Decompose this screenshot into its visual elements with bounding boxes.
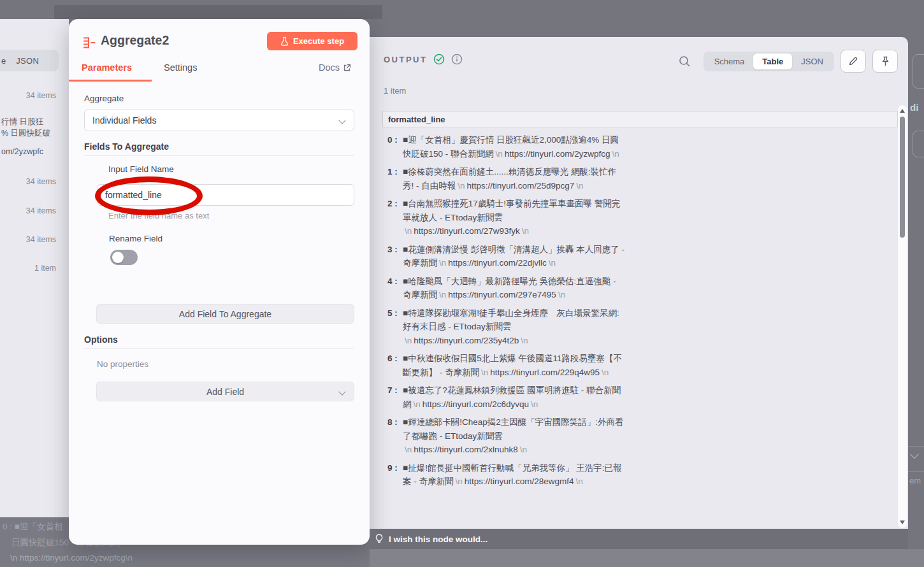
active-tab-underline <box>69 80 152 82</box>
dimmed-row-text: 0 : ■迎「女首相 <box>3 521 62 533</box>
input-text-fragment: 行情 日股狂 <box>1 117 43 127</box>
lightbulb-icon <box>375 534 384 544</box>
output-table-row[interactable]: 2 :■台南無照猴撞死17歲騎士!事發前先撞單車畫面曝 警開完單就放人 - ET… <box>387 197 886 238</box>
docs-link[interactable]: Docs <box>319 62 351 73</box>
input-tab-table-partial[interactable]: e <box>1 56 6 66</box>
bg-text-fragment: di <box>910 102 918 113</box>
add-field-dropdown-label: Add Field <box>206 387 244 397</box>
row-index: 8 : <box>387 415 403 457</box>
section-divider <box>84 348 354 349</box>
row-index: 7 : <box>387 384 403 411</box>
edit-output-button[interactable] <box>841 50 866 73</box>
row-cell-value: ■迎「女首相」慶賀行情 日股狂飆近2,000點漲逾4% 日圓快貶破150 - 聯… <box>403 133 624 161</box>
row-cell-value: ■特遣隊探勘堰塞湖!徒手攀山全身煙塵 灰白場景驚呆網:好有末日感 - ETtod… <box>403 306 624 348</box>
input-run-count: 1 item <box>34 264 56 273</box>
docs-label: Docs <box>319 62 340 73</box>
execute-step-button[interactable]: Execute step <box>267 32 357 50</box>
tab-settings[interactable]: Settings <box>164 62 197 73</box>
output-table-body: 0 :■迎「女首相」慶賀行情 日股狂飆近2,000點漲逾4% 日圓快貶破150 … <box>382 127 886 549</box>
output-table-row[interactable]: 7 :■被遺忘了?花蓮鳳林鎮列救援區 國軍明將進駐 - 聯合新聞網\nhttps… <box>387 384 886 411</box>
row-index: 0 : <box>387 133 403 161</box>
external-link-icon <box>343 64 351 72</box>
row-index: 4 : <box>387 275 403 302</box>
output-table-row[interactable]: 3 :■花蓮側溝清淤慢 彭啓明徵「清溝超人」挨轟 本人回應了 - 奇摩新聞\nh… <box>387 243 886 270</box>
add-field-to-aggregate-button[interactable]: Add Field To Aggregate <box>96 304 354 324</box>
canvas-bottom-overlay <box>370 549 924 567</box>
rename-field-toggle[interactable] <box>110 250 138 265</box>
column-header-label: formatted_line <box>383 115 445 124</box>
execute-step-label: Execute step <box>293 36 344 46</box>
pin-icon <box>881 56 890 66</box>
input-view-tabs[interactable]: e JSON <box>0 50 59 71</box>
input-tab-json[interactable]: JSON <box>16 56 39 66</box>
node-title[interactable]: Aggregate2 <box>101 33 169 48</box>
row-index: 2 : <box>387 197 403 238</box>
info-icon[interactable] <box>451 54 463 65</box>
add-field-to-aggregate-label: Add Field To Aggregate <box>179 309 271 319</box>
bg-ghost-panel <box>913 131 924 157</box>
output-table-row[interactable]: 8 :■輝達總部卡關!Cheap揭2主因釀「宇宙國際笑話」:外商看了都嚇跑 - … <box>387 415 886 457</box>
dimmed-row-text: \n https://tinyurl.com/2yzwpfcg\n <box>10 553 133 563</box>
feedback-bar-label: I wish this node would... <box>389 535 487 544</box>
output-table-row[interactable]: 6 :■中秋連假收假日國5北上紫爆 午後國道11路段易壅塞【不斷更新】 - 奇摩… <box>387 352 886 379</box>
flask-icon <box>280 37 289 46</box>
success-check-icon <box>433 54 445 65</box>
output-scrollbar[interactable] <box>898 105 907 528</box>
search-icon[interactable] <box>678 55 691 68</box>
input-run-count: 34 items <box>26 206 56 215</box>
no-properties-text: No properties <box>97 359 148 369</box>
bg-ghost-panel <box>913 54 924 89</box>
toggle-knob <box>112 252 124 263</box>
input-panel-strip: e JSON 34 items行情 日股狂% 日圓快貶破om/2yzwpfc34… <box>0 19 69 567</box>
input-text-fragment: om/2yzwpfc <box>1 147 43 156</box>
aggregate-field-label: Aggregate <box>84 94 124 103</box>
rename-field-label: Rename Field <box>109 234 162 243</box>
aggregate-mode-select[interactable]: Individual Fields <box>84 110 354 131</box>
output-items-count: 1 item <box>384 86 406 96</box>
output-table-row[interactable]: 5 :■特遣隊探勘堰塞湖!徒手攀山全身煙塵 灰白場景驚呆網:好有末日感 - ET… <box>387 306 886 348</box>
row-cell-value: ■台南無照猴撞死17歲騎士!事發前先撞單車畫面曝 警開完單就放人 - ETtod… <box>403 197 624 238</box>
row-index: 6 : <box>387 352 403 379</box>
bg-text-fragment: em <box>909 476 921 485</box>
scroll-up-arrow[interactable] <box>900 109 905 113</box>
output-table-row[interactable]: 0 :■迎「女首相」慶賀行情 日股狂飆近2,000點漲逾4% 日圓快貶破150 … <box>387 133 886 161</box>
tab-parameters[interactable]: Parameters <box>82 62 132 73</box>
section-fields-to-aggregate: Fields To Aggregate <box>84 141 169 152</box>
row-index: 3 : <box>387 243 403 270</box>
pin-data-button[interactable] <box>872 50 898 73</box>
input-text-fragment: % 日圓快貶破 <box>1 128 50 139</box>
row-index: 1 : <box>387 165 403 192</box>
scrollbar-thumb[interactable] <box>900 117 905 238</box>
row-cell-value: ■哈隆颱風「大迴轉」最新路徑曝光 吳德榮估:直逼強颱 - 奇摩新聞\nhttps… <box>403 275 624 302</box>
output-table-row[interactable]: 4 :■哈隆颱風「大迴轉」最新路徑曝光 吳德榮估:直逼強颱 - 奇摩新聞\nht… <box>387 275 886 302</box>
scroll-down-arrow[interactable] <box>900 520 905 524</box>
tab-json[interactable]: JSON <box>792 54 832 69</box>
tab-table[interactable]: Table <box>753 54 792 69</box>
row-index: 5 : <box>387 306 403 348</box>
chevron-down-icon <box>910 450 919 459</box>
output-table-row[interactable]: 1 :■徐榛蔚突然在面前鏟土......賴清德反應曝光 網酸:裝忙作秀! - 自… <box>387 165 886 192</box>
section-options: Options <box>84 334 118 345</box>
red-circle-annotation <box>95 176 203 215</box>
row-cell-value: ■扯爆!館長挺中國斬首行動喊「兄弟我等你」 王浩宇:已報案 - 奇摩新聞\nht… <box>403 461 624 489</box>
output-column-header[interactable]: formatted_line <box>382 111 898 127</box>
canvas-dark-band <box>54 5 382 19</box>
node-feedback-bar[interactable]: I wish this node would... <box>370 529 908 549</box>
section-divider <box>84 155 354 156</box>
bg-divider <box>908 446 924 447</box>
chevron-down-icon <box>338 117 345 124</box>
node-settings-panel: Aggregate2 Execute step Parameters Setti… <box>69 19 370 545</box>
row-cell-value: ■輝達總部卡關!Cheap揭2主因釀「宇宙國際笑話」:外商看了都嚇跑 - ETt… <box>403 415 624 457</box>
pencil-icon <box>848 56 858 66</box>
input-run-count: 34 items <box>26 235 56 244</box>
tab-schema[interactable]: Schema <box>705 54 754 69</box>
aggregate-mode-value: Individual Fields <box>92 115 156 126</box>
output-table-row[interactable]: 9 :■扯爆!館長挺中國斬首行動喊「兄弟我等你」 王浩宇:已報案 - 奇摩新聞\… <box>387 461 886 489</box>
chevron-down-icon <box>338 388 345 395</box>
add-field-dropdown[interactable]: Add Field <box>96 382 354 401</box>
aggregate-node-icon <box>82 36 97 52</box>
output-view-switcher: Schema Table JSON <box>704 52 834 71</box>
input-run-count: 34 items <box>26 177 56 186</box>
row-cell-value: ■中秋連假收假日國5北上紫爆 午後國道11路段易壅塞【不斷更新】 - 奇摩新聞\… <box>403 352 624 379</box>
row-cell-value: ■花蓮側溝清淤慢 彭啓明徵「清溝超人」挨轟 本人回應了 - 奇摩新聞\nhttp… <box>403 243 624 270</box>
